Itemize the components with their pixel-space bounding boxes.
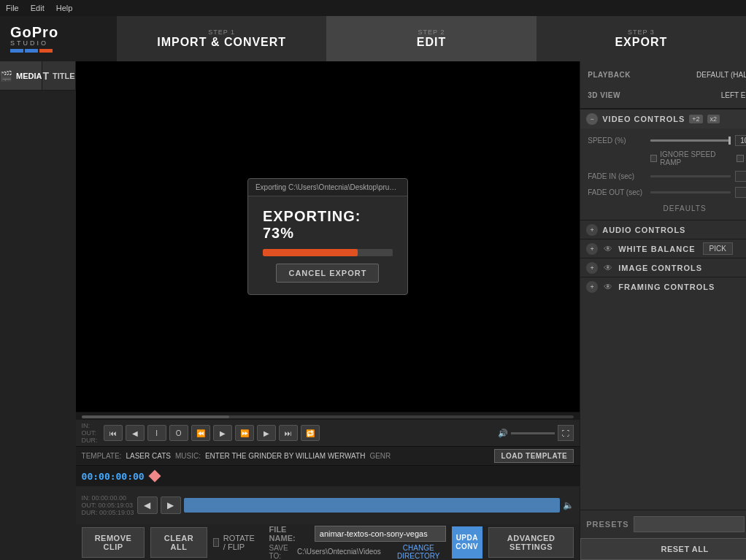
in-out-labels: IN: OUT: DUR: <box>82 422 98 444</box>
logo-gopro: GoPro STUDIO <box>10 25 58 53</box>
reset-all-button[interactable]: RESET ALL <box>580 538 746 560</box>
defaults-button[interactable]: DEFAULTS <box>588 202 746 215</box>
playback-value[interactable]: DEFAULT (HALF-RES) ▼ <box>646 71 746 79</box>
step-export[interactable]: STEP 3 EXPORT <box>537 16 746 61</box>
menu-edit[interactable]: Edit <box>31 4 45 12</box>
export-dialog-title: Exporting C:\Users\Ontecnia\Desktop\prue… <box>248 179 407 196</box>
white-balance-pick-button[interactable]: PICK <box>703 242 733 255</box>
white-balance-section[interactable]: + 👁 WHITE BALANCE PICK <box>580 239 746 258</box>
frame-back-btn[interactable]: ◀ <box>126 425 145 441</box>
center-panel: 📷 Exporting C:\Users\Ontecnia\Desktop\pr… <box>76 61 580 560</box>
white-balance-title: WHITE BALANCE <box>618 245 695 253</box>
right-top-controls: PLAYBACK DEFAULT (HALF-RES) ▼ 3D VIEW LE… <box>580 61 746 109</box>
ignore-speed-ramp-item: IGNORE SPEED RAMP <box>650 150 729 166</box>
menu-file[interactable]: File <box>6 4 19 12</box>
vc-badge1: +2 <box>689 115 702 123</box>
export-progress-fill <box>263 249 358 256</box>
menu-help[interactable]: Help <box>56 4 73 12</box>
step2-label: EDIT <box>417 36 446 49</box>
filename-input[interactable] <box>315 526 446 542</box>
cancel-export-button[interactable]: CANCEL EXPORT <box>276 264 379 283</box>
white-balance-toggle[interactable]: + <box>586 243 598 255</box>
loop-btn[interactable]: 🔁 <box>301 425 320 441</box>
next-clip-btn[interactable]: ⏩ <box>235 425 254 441</box>
reverse-checkbox[interactable] <box>737 155 744 162</box>
timeline-header: 00:00:00:00 <box>76 466 580 486</box>
logo-studio: STUDIO <box>10 39 58 47</box>
steps: STEP 1 IMPORT & CONVERT STEP 2 EDIT STEP… <box>117 16 746 61</box>
export-dialog-body: EXPORTING: 73% CANCEL EXPORT <box>248 196 407 294</box>
update-convert-button[interactable]: UPDA CONV <box>452 526 482 559</box>
left-tabs: 🎬 MEDIA T TITLE <box>0 61 76 91</box>
remove-clip-button[interactable]: REMOVE CLIP <box>82 527 145 558</box>
speed-slider[interactable] <box>650 139 731 142</box>
ignore-speed-ramp-checkbox[interactable] <box>650 155 657 162</box>
rotate-flip-checkbox[interactable] <box>213 538 219 547</box>
image-controls-toggle[interactable]: + <box>586 262 598 274</box>
saveto-path: C:\Users\Ontecnia\Videos <box>297 548 381 556</box>
step-edit[interactable]: STEP 2 EDIT <box>326 16 536 61</box>
volume-slider[interactable] <box>511 432 555 434</box>
update-btn-line2: CONV <box>455 542 478 551</box>
timeline-prev-btn[interactable]: ◀ <box>137 496 158 514</box>
white-balance-eye-icon[interactable]: 👁 <box>602 243 614 255</box>
image-controls-eye-icon[interactable]: 👁 <box>602 262 614 274</box>
frame-fwd-btn[interactable]: ▶ <box>257 425 276 441</box>
image-controls-section[interactable]: + 👁 IMAGE CONTROLS <box>580 258 746 277</box>
fullscreen-button[interactable]: ⛶ <box>558 425 574 441</box>
presets-input[interactable] <box>634 516 745 532</box>
fade-out-row: FADE OUT (sec) 0 < > <box>588 185 746 199</box>
tab-media-label: MEDIA <box>16 72 42 80</box>
clear-all-button[interactable]: CLEAR ALL <box>150 527 207 558</box>
video-area: 📷 Exporting C:\Users\Ontecnia\Desktop\pr… <box>76 61 580 412</box>
3dview-value[interactable]: LEFT EYE (2D) ▼ <box>646 91 746 99</box>
fade-out-slider[interactable] <box>650 191 731 193</box>
tab-media[interactable]: 🎬 MEDIA <box>0 61 42 90</box>
timeline-scrubber[interactable] <box>76 413 580 420</box>
play-btn[interactable]: ▶ <box>213 425 232 441</box>
media-icon: 🎬 <box>0 70 12 82</box>
filename-area: FILE NAME: SAVE TO: C:\Users\Ontecnia\Vi… <box>269 525 446 560</box>
logo-area: GoPro STUDIO <box>0 16 117 61</box>
genre-label: GENR <box>369 452 391 460</box>
skip-end-btn[interactable]: ⏭ <box>279 425 298 441</box>
step3-number: STEP 3 <box>628 28 655 36</box>
tab-title[interactable]: T TITLE <box>42 61 75 90</box>
skip-back-start-btn[interactable]: ⏮ <box>104 425 123 441</box>
framing-controls-toggle[interactable]: + <box>586 281 598 293</box>
timeline-area: 00:00:00:00 IN: 00:00:00.00 OUT: 00:05:1… <box>76 465 580 523</box>
playback-dropdown-value: DEFAULT (HALF-RES) <box>696 71 746 79</box>
out-label: OUT: <box>82 429 98 437</box>
framing-controls-section[interactable]: + 👁 FRAMING CONTROLS <box>580 277 746 296</box>
rotate-flip-label: ROTATE / FLIP <box>223 534 258 551</box>
template-value: LASER CATS <box>126 452 171 460</box>
mark-in-btn[interactable]: I <box>147 425 166 441</box>
scrubber-track[interactable] <box>82 415 574 418</box>
export-dialog: Exporting C:\Users\Ontecnia\Desktop\prue… <box>247 178 408 295</box>
presets-area: PRESETS ADD <box>580 510 746 538</box>
fade-in-slider[interactable] <box>650 175 731 177</box>
advanced-settings-button[interactable]: ADVANCED SETTINGS <box>488 527 574 558</box>
main: 🎬 MEDIA T TITLE 📷 Exporting C:\Users\Ont… <box>0 61 746 560</box>
audio-controls-toggle[interactable]: + <box>586 224 598 236</box>
timeline-next-btn[interactable]: ▶ <box>161 496 181 514</box>
video-controls-toggle[interactable]: − <box>586 113 598 125</box>
mark-out-btn[interactable]: O <box>169 425 188 441</box>
step-import[interactable]: STEP 1 IMPORT & CONVERT <box>117 16 326 61</box>
step1-number: STEP 1 <box>208 28 235 36</box>
export-progress-bar <box>263 249 393 256</box>
video-controls-header[interactable]: − VIDEO CONTROLS +2 x2 <box>580 110 746 129</box>
audio-controls-section[interactable]: + AUDIO CONTROLS <box>580 220 746 239</box>
timeline-volume-icon[interactable]: 🔈 <box>563 500 574 510</box>
prev-clip-btn[interactable]: ⏪ <box>191 425 210 441</box>
timeline-clip-bar[interactable] <box>184 498 561 513</box>
export-status-text: EXPORTING: 73% <box>263 208 393 242</box>
timecode-display: 00:00:00:00 <box>82 471 145 482</box>
framing-controls-eye-icon[interactable]: 👁 <box>602 281 614 293</box>
fade-in-row: FADE IN (sec) 0 < > <box>588 169 746 183</box>
step3-label: EXPORT <box>615 36 667 49</box>
change-directory-button[interactable]: CHANGE DIRECTORY <box>391 544 446 560</box>
music-label: MUSIC: <box>175 452 201 460</box>
load-template-button[interactable]: LOAD TEMPLATE <box>494 449 574 463</box>
video-controls-body: SPEED (%) 100 < > IGNORE SPEED RAMP <box>580 129 746 220</box>
